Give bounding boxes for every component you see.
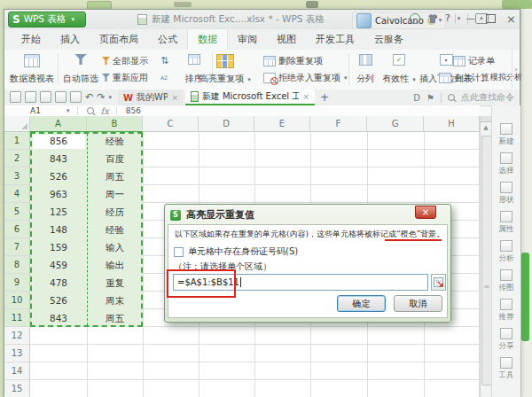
cell-a10[interactable]: 526 [30,292,87,309]
panel-item-new[interactable]: 新建 [492,123,520,152]
highlight-duplicates-button[interactable]: 高亮重复项 ▾ [192,51,258,88]
open-icon[interactable] [10,91,21,103]
tab-review[interactable]: 审阅 [228,29,267,50]
cell-b1[interactable]: 经验 [87,132,143,150]
tab-page-layout[interactable]: 页面布局 [90,29,148,50]
print-preview-icon[interactable] [70,91,82,103]
row-header[interactable]: 12 [4,327,30,345]
help-icon[interactable]: ? [445,12,450,24]
tab-insert[interactable]: 插入 [51,29,90,50]
cell-b3[interactable]: 周五 [87,167,143,185]
ok-button[interactable]: 确定 [337,295,386,312]
column-header-c[interactable]: C [143,116,199,132]
search-icon[interactable] [87,107,94,114]
remove-duplicates-button[interactable]: 删除重复项 [263,53,323,68]
tab-cloud[interactable]: 云服务 [364,29,413,50]
panel-item-select[interactable]: 选择 [492,152,520,182]
cell-b9[interactable]: 重复 [87,274,143,292]
cell-b10[interactable]: 周末 [87,292,143,309]
app-menu-button[interactable]: S WPS 表格 ▾ [8,12,86,27]
save-icon[interactable] [25,91,36,103]
panel-item-properties[interactable]: 属性 [492,211,520,240]
consolidate-button[interactable]: 合并计算 [439,70,489,85]
dialog-close-button[interactable]: × [415,206,436,219]
cell-b11[interactable]: 周五 [87,309,143,327]
record-form-button[interactable]: 记录单 [453,53,495,68]
row-header[interactable]: 9 [4,274,30,292]
undo-icon[interactable]: ↶ [85,91,93,103]
panel-item-share[interactable]: 分享 [492,328,520,357]
range-input[interactable]: =$A$1:$B$11 [173,274,428,291]
reject-duplicate-entry-button[interactable]: 拒绝录入重复项 ▾ [263,70,348,85]
range-picker-button[interactable] [431,274,446,291]
tab-data[interactable]: 数据 [187,28,228,50]
row-header[interactable]: 1 [4,132,30,150]
row-header[interactable]: 4 [4,185,30,203]
row-header[interactable]: 7 [4,238,30,256]
tab-formulas[interactable]: 公式 [148,29,187,50]
print-icon[interactable] [55,91,66,103]
row-header[interactable]: 2 [4,150,30,167]
cell-a1[interactable]: 856 [30,132,87,150]
redo-icon[interactable]: ↷ [97,91,105,103]
cell-a4[interactable]: 963 [30,185,87,203]
tab-view[interactable]: 视图 [267,29,306,50]
cell-b7[interactable]: 输入 [87,238,143,256]
cell-a3[interactable]: 526 [30,167,87,185]
minimize-button[interactable]: — [466,12,475,25]
row-header[interactable]: 6 [4,221,30,238]
close-tab-icon[interactable]: × [302,92,309,101]
cell-a8[interactable]: 459 [30,256,87,274]
cell-a9[interactable]: 478 [30,274,87,292]
panel-item-upload-image[interactable]: 传图 [492,269,520,299]
cell-a11[interactable]: 843 [30,309,87,327]
vertical-scrollbar[interactable]: ▲ ≡ [480,116,491,397]
row-header[interactable]: 15 [4,380,30,397]
export-pdf-icon[interactable] [40,91,51,103]
row-header[interactable]: 5 [4,203,30,221]
show-all-button[interactable]: 全部显示 [102,53,148,68]
cell-a2[interactable]: 843 [30,150,87,167]
row-header[interactable]: 11 [4,309,30,327]
cell-a7[interactable]: 159 [30,238,87,256]
text-to-columns-button[interactable]: 分列 [352,51,379,88]
cell-a6[interactable]: 148 [30,221,87,238]
maximize-button[interactable] [486,14,496,23]
sort-asc-button[interactable]: ⇅ [160,53,168,68]
cell-b6[interactable]: 经验 [87,221,143,238]
doc-recover-icon[interactable]: D [413,93,420,103]
pivot-table-button[interactable]: 数据透视表 [8,51,56,88]
sort-desc-button[interactable]: AZ [160,70,168,85]
tab-home[interactable]: 开始 [12,29,51,50]
column-header-g[interactable]: G [367,116,424,132]
autofilter-button[interactable]: 自动筛选 [61,51,100,88]
tab-active-document[interactable]: 新建 Microsoft Excel 工作表.xlsx * × [185,90,315,105]
row-header[interactable]: 8 [4,256,30,274]
find-command-hint[interactable]: 点此查找命令 [461,91,514,104]
cell-b5[interactable]: 经历 [87,203,143,221]
column-header-b[interactable]: B [87,116,143,132]
column-header-f[interactable]: F [310,116,367,132]
cancel-button[interactable]: 取消 [394,295,442,312]
checkbox[interactable] [174,247,184,257]
chevron-down-icon[interactable]: ▾ [66,107,70,114]
cell-b4[interactable]: 周一 [87,185,143,203]
ribbon-more-button[interactable]: › [512,50,520,89]
sync-icon[interactable] [410,13,420,24]
cell-a5[interactable]: 125 [30,203,87,221]
column-header-d[interactable]: D [199,116,254,132]
panel-item-shapes[interactable]: 形状 [492,182,520,211]
tab-developer[interactable]: 开发工具 [306,29,364,50]
skin-shirt-icon[interactable] [427,13,438,24]
panel-item-recommend[interactable]: 推荐 [492,299,520,328]
panel-item-tools[interactable]: 工具 [492,357,520,386]
split-handle[interactable] [481,116,491,122]
column-header-e[interactable]: E [254,116,310,132]
row-header[interactable]: 13 [4,345,30,362]
tab-my-wps[interactable]: W 我的WPS × [118,90,184,105]
validation-button[interactable]: ✓ 有效性 ▾ [380,51,418,88]
reapply-button[interactable]: 重新应用 [102,70,148,85]
scroll-up-arrow[interactable]: ▲ [481,122,491,134]
select-all-corner[interactable] [4,116,30,132]
row-header[interactable]: 14 [4,362,30,380]
